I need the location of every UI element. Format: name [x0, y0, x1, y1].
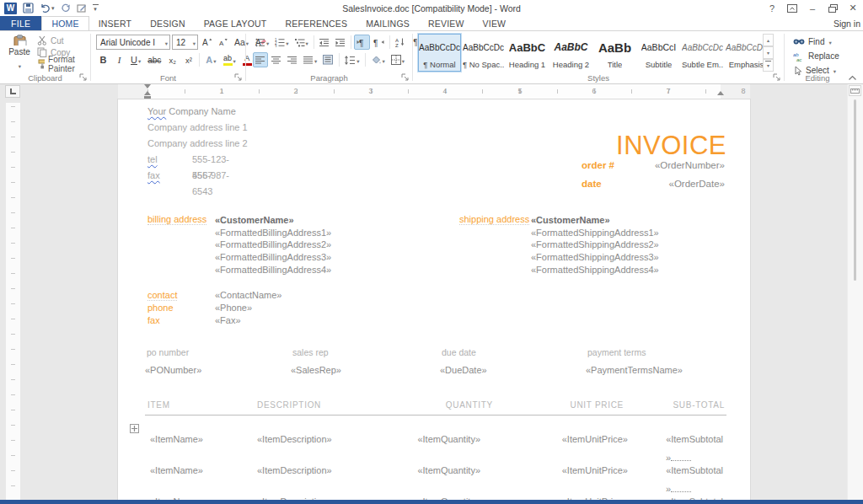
align-right-button[interactable] [285, 52, 300, 67]
borders-button[interactable] [389, 52, 407, 67]
vertical-scrollbar[interactable] [847, 84, 863, 500]
style-heading-1[interactable]: AaBbCHeading 1 [506, 34, 549, 72]
shipping-address-label[interactable]: shipping address [459, 214, 529, 225]
tab-mailings[interactable]: MAILINGS [356, 16, 419, 30]
sort-button[interactable]: AZ [393, 35, 408, 50]
tab-home[interactable]: HOME [41, 16, 88, 30]
tab-stop-selector[interactable] [5, 85, 20, 98]
help-icon[interactable]: ? [762, 1, 782, 16]
highlight-dropdown-icon[interactable] [233, 55, 236, 65]
underline-button[interactable]: U [128, 52, 143, 67]
multilevel-list-button[interactable] [292, 35, 311, 50]
item-row[interactable]: «ItemName» «ItemDescription» «ItemQuanti… [118, 464, 750, 495]
item-subtotal-field[interactable]: «ItemSubtotal [666, 465, 723, 475]
text-highlight-button[interactable]: ab [221, 52, 239, 67]
document-page[interactable]: Your Company Name Company address line 1… [118, 99, 750, 500]
order-date-field[interactable]: «OrderDate» [669, 179, 725, 189]
increase-indent-button[interactable] [333, 35, 348, 50]
tab-page-layout[interactable]: PAGE LAYOUT [195, 16, 276, 30]
sign-in-link[interactable]: Sign in [834, 16, 863, 30]
styles-more-icon[interactable]: ▾ [763, 59, 774, 72]
undo-icon[interactable]: ▾ [40, 3, 55, 13]
shipping-address-block[interactable]: «CustomerName» «FormattedShippingAddress… [531, 214, 659, 276]
view-ruler-toggle[interactable] [849, 85, 861, 96]
clipboard-dialog-launcher-icon[interactable] [79, 73, 88, 82]
find-button[interactable]: Find [793, 35, 839, 48]
tab-references[interactable]: REFERENCES [276, 16, 356, 30]
paragraph-dialog-launcher-icon[interactable] [401, 73, 410, 82]
order-number-field[interactable]: «OrderNumber» [655, 160, 725, 170]
payment-terms-field[interactable]: «PaymentTermsName» [586, 365, 683, 375]
bullets-dropdown-icon[interactable] [265, 37, 269, 47]
subscript-button[interactable]: x₂ [165, 52, 180, 67]
superscript-button[interactable]: x² [181, 52, 196, 67]
item-name-field[interactable]: «ItemName» [150, 465, 203, 475]
borders-dropdown-icon[interactable] [401, 55, 405, 65]
tab-file[interactable]: FILE [0, 16, 41, 30]
line-spacing-dropdown-icon[interactable] [356, 55, 359, 65]
left-indent-marker[interactable] [144, 96, 151, 99]
item-subtotal-field[interactable]: «ItemSubtotal [666, 434, 723, 444]
paste-dropdown-icon[interactable] [18, 56, 21, 72]
order-date-label[interactable]: date [582, 179, 602, 189]
styles-dialog-launcher-icon[interactable] [773, 73, 781, 82]
left-to-right-direction-button[interactable]: ¶ [354, 35, 370, 50]
ribbon-display-options-icon[interactable] [782, 1, 802, 16]
item-description-field[interactable]: «ItemDescription» [257, 465, 332, 475]
align-left-button[interactable] [253, 52, 268, 67]
save-icon[interactable] [23, 3, 34, 13]
po-number-field[interactable]: «PONumber» [145, 365, 201, 375]
scrollbar-thumb[interactable] [854, 99, 856, 281]
text-effects-dropdown-icon[interactable] [212, 55, 216, 65]
replace-button[interactable]: abac Replace [793, 50, 839, 62]
invoice-title[interactable]: INVOICE [616, 131, 726, 161]
company-name[interactable]: Your Company Name [147, 104, 248, 120]
vertical-ruler[interactable] [6, 103, 20, 500]
hanging-indent-marker[interactable] [144, 91, 151, 99]
item-row[interactable]: «ItemName» «ItemDescription» «ItemQuanti… [118, 432, 750, 464]
due-date-field[interactable]: «DueDate» [440, 365, 487, 375]
contact-row[interactable]: contact«ContactName» [147, 289, 177, 302]
font-name-dropdown-icon[interactable] [164, 38, 168, 47]
tab-view[interactable]: VIEW [474, 16, 516, 30]
customize-document-icon[interactable] [77, 3, 87, 13]
paste-button[interactable]: Paste [4, 34, 35, 72]
collapse-ribbon-icon[interactable] [848, 75, 857, 81]
numbering-dropdown-icon[interactable] [285, 37, 288, 47]
company-address-2[interactable]: Company address line 2 [147, 136, 248, 152]
decrease-indent-button[interactable] [317, 35, 332, 50]
contact-row[interactable]: phone«Phone» [147, 302, 177, 314]
word-logo-icon[interactable]: W [4, 3, 17, 14]
tab-insert[interactable]: INSERT [89, 16, 142, 30]
font-size-dropdown-icon[interactable] [192, 38, 196, 47]
style-subtitle[interactable]: AaBbCcISubtitle [637, 34, 680, 72]
distribute-button[interactable] [320, 52, 336, 67]
contact-row[interactable]: fax«Fax» [147, 314, 177, 327]
shrink-font-button[interactable]: A [216, 35, 230, 50]
style-heading-2[interactable]: AaBbCHeading 2 [549, 34, 592, 72]
right-indent-marker[interactable] [717, 91, 724, 95]
shading-dropdown-icon[interactable] [382, 55, 385, 65]
align-center-button[interactable] [269, 52, 284, 67]
sales-rep-field[interactable]: «SalesRep» [291, 365, 341, 375]
tab-design[interactable]: DESIGN [141, 16, 194, 30]
tab-review[interactable]: REVIEW [419, 16, 474, 30]
billing-address-block[interactable]: «CustomerName» «FormattedBillingAddress1… [215, 214, 331, 276]
bold-button[interactable]: B [96, 52, 110, 67]
text-effects-button[interactable]: A [203, 52, 218, 67]
company-fax-row[interactable]: fax555-987-6543 [147, 168, 248, 184]
item-unit-price-field[interactable]: «ItemUnitPrice» [562, 465, 628, 475]
style-normal[interactable]: AaBbCcDc¶ Normal [418, 34, 461, 72]
style-title[interactable]: AaBbTitle [593, 34, 636, 72]
repeat-icon[interactable] [61, 3, 71, 13]
item-name-field[interactable]: «ItemName» [150, 434, 203, 444]
first-line-indent-marker[interactable] [144, 84, 151, 88]
billing-address-label[interactable]: billing address [147, 214, 206, 225]
find-dropdown-icon[interactable] [828, 37, 831, 46]
company-address-1[interactable]: Company address line 1 [147, 120, 248, 136]
format-painter-button[interactable]: Format Painter [37, 58, 90, 70]
styles-scroll-up-icon[interactable]: ▴ [763, 34, 774, 46]
customize-quick-access-icon[interactable]: ▾ [93, 4, 99, 12]
justify-button[interactable] [301, 52, 319, 67]
font-size-combobox[interactable]: 12 [172, 35, 198, 50]
